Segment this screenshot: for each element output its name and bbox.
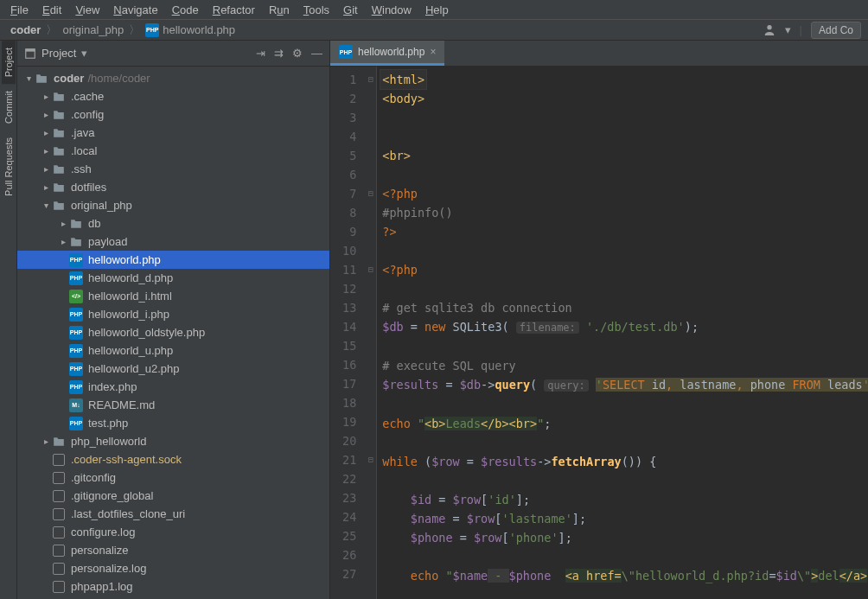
tree-label: index.php [88,380,137,393]
php-file-icon: PHP [69,362,83,376]
tree-label: .local [71,144,97,157]
tree-file-selected[interactable]: PHPhelloworld.php [17,251,329,269]
chevron-right-icon[interactable]: ▸ [40,146,52,156]
code-area[interactable]: 1234567891011121314151617181920212223242… [330,67,868,599]
select-opened-icon[interactable]: ⇉ [274,47,284,60]
tree-label: test.php [88,417,128,430]
tree-file[interactable]: .gitignore_global [17,487,329,505]
tree-file[interactable]: .coder-ssh-agent.sock [17,450,329,468]
folder-icon [52,108,66,122]
chevron-right-icon[interactable]: ▸ [40,164,52,174]
project-tree[interactable]: ▾ coder /home/coder ▸.cache ▸.config ▸.j… [17,67,329,599]
tree-file[interactable]: </>helloworld_i.html [17,287,329,305]
tree-file[interactable]: PHPhelloworld_u.php [17,341,329,360]
tool-window-strip: Project Commit Pull Requests [0,41,17,599]
php-file-icon: PHP [69,326,83,340]
chevron-right-icon[interactable]: ▸ [40,437,52,446]
tree-file[interactable]: .last_dotfiles_clone_uri [17,505,329,523]
editor-tab[interactable]: PHP helloworld.php × [330,41,444,66]
breadcrumb-file[interactable]: PHP helloworld.php [142,23,239,37]
breadcrumb-folder[interactable]: original_php [59,23,127,36]
file-icon [53,454,65,466]
editor-tabbar: PHP helloworld.php × [330,41,868,67]
tree-file[interactable]: PHPhelloworld_d.php [17,269,329,287]
minimize-icon[interactable]: — [311,47,322,60]
tree-file[interactable]: PHPindex.php [17,378,329,396]
tab-label: helloworld.php [358,46,424,58]
file-icon [53,490,65,502]
menu-window[interactable]: Window [365,2,418,18]
tool-tab-commit[interactable]: Commit [2,84,16,131]
menu-view[interactable]: View [68,2,106,18]
tree-folder[interactable]: ▸.local [17,142,329,160]
menu-tools[interactable]: Tools [297,2,336,18]
tree-folder[interactable]: ▸.ssh [17,160,329,178]
tree-file[interactable]: PHPhelloworld_i.php [17,305,329,323]
tree-root[interactable]: ▾ coder /home/coder [17,69,329,87]
chevron-down-icon[interactable]: ▾ [40,201,52,210]
menu-code[interactable]: Code [165,2,206,18]
tree-file[interactable]: PHPtest.php [17,414,329,432]
tree-label: .coder-ssh-agent.sock [71,453,182,466]
chevron-right-icon[interactable]: ▸ [40,128,52,137]
chevron-right-icon[interactable]: ▸ [40,92,52,101]
chevron-right-icon[interactable]: ▸ [40,182,52,192]
tree-folder[interactable]: ▸.cache [17,87,329,105]
fold-gutter[interactable]: ⊟ ⊟ ⊟ ⊟ [365,67,377,599]
menu-file[interactable]: File [3,2,35,18]
file-icon [53,581,65,593]
menu-run[interactable]: Run [262,2,297,18]
tree-folder[interactable]: ▸dotfiles [17,178,329,196]
dropdown-icon[interactable]: ▾ [785,23,791,36]
tree-file[interactable]: phpapp1.log [17,577,329,596]
tree-label: helloworld_u.php [88,344,173,357]
tree-file[interactable]: PHPhelloworld_u2.php [17,360,329,378]
collapse-icon[interactable]: ⇥ [256,47,265,60]
tree-folder[interactable]: ▸payload [17,233,329,251]
breadcrumb-file-label: helloworld.php [163,23,235,36]
add-configuration-button[interactable]: Add Co [811,22,861,39]
tree-label: personalize [71,544,129,557]
tree-file[interactable]: M↓README.md [17,396,329,414]
tree-root-path: /home/coder [87,72,150,85]
tree-file[interactable]: PHPhelloworld_oldstyle.php [17,323,329,341]
menu-refactor[interactable]: Refactor [206,2,262,18]
tool-tab-project[interactable]: Project [2,41,16,84]
tree-label: helloworld_oldstyle.php [88,326,205,339]
tool-tab-pull-requests[interactable]: Pull Requests [2,131,16,203]
breadcrumb-root[interactable]: coder [7,23,44,36]
project-icon [24,48,36,60]
chevron-right-icon[interactable]: ▸ [57,219,69,228]
tree-folder[interactable]: ▾original_php [17,196,329,214]
user-icon[interactable] [763,23,776,37]
tree-folder[interactable]: ▸.config [17,105,329,124]
tree-file[interactable]: .gitconfig [17,468,329,487]
dropdown-icon[interactable]: ▾ [81,47,87,60]
tree-label: helloworld_d.php [88,271,173,284]
chevron-right-icon[interactable]: ▸ [57,237,69,246]
tree-file[interactable]: personalize [17,541,329,559]
code-content[interactable]: <html><body> <br> <?php#phpinfo()?> <?ph… [377,67,868,599]
tree-label: helloworld.php [88,253,161,266]
chevron-down-icon[interactable]: ▾ [22,73,35,83]
tree-folder[interactable]: ▸php_helloworld [17,432,329,450]
tree-file[interactable]: personalize.log [17,559,329,577]
chevron-right-icon[interactable]: ▸ [40,110,52,119]
breadcrumb-root-label: coder [10,23,41,36]
tree-label: phpapp1.log [71,580,133,593]
tree-label: .config [71,108,104,121]
tree-folder[interactable]: ▸db [17,214,329,233]
file-icon [53,545,65,557]
tree-folder[interactable]: ▸.java [17,124,329,142]
close-icon[interactable]: × [430,46,436,58]
gear-icon[interactable]: ⚙ [292,47,303,60]
menu-navigate[interactable]: Navigate [106,2,164,18]
tree-label: personalize.log [71,562,146,575]
tree-label: .gitconfig [71,471,116,484]
menu-edit[interactable]: Edit [35,2,68,18]
menu-help[interactable]: Help [418,2,456,18]
folder-icon [52,90,66,104]
tree-file[interactable]: configure.log [17,523,329,541]
tree-label: php_helloworld [71,435,146,448]
menu-git[interactable]: Git [336,2,365,18]
